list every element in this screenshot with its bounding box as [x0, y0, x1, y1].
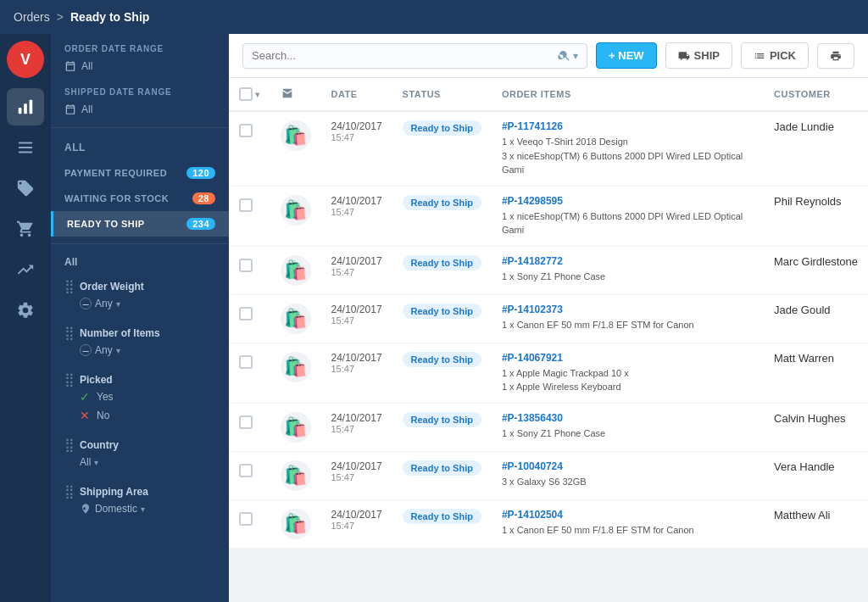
row-status-cell: Ready to Ship [392, 111, 492, 186]
filter-number-items-header[interactable]: ⣿ Number of Items [64, 325, 215, 341]
filter-picked-no[interactable]: ✕ No [64, 406, 215, 425]
order-link[interactable]: #P-14102373 [502, 304, 754, 315]
nav-cart[interactable] [7, 210, 44, 248]
svg-rect-3 [19, 142, 33, 144]
row-date: 24/10/2017 15:47 [331, 509, 382, 531]
order-link[interactable]: #P-14067921 [502, 352, 754, 364]
row-checkbox[interactable] [239, 259, 253, 272]
filter-country-value[interactable]: All [80, 456, 91, 468]
order-date-label: ORDER DATE RANGE [64, 44, 215, 53]
sidebar-filter-all[interactable]: All [51, 251, 229, 273]
country-chevron: ▾ [94, 458, 98, 467]
order-link[interactable]: #P-14102504 [502, 509, 754, 521]
order-link[interactable]: #P-14182772 [502, 255, 754, 267]
store-icon-cell: 🛍️ [281, 460, 311, 491]
row-checkbox[interactable] [239, 512, 253, 526]
row-date-value: 24/10/2017 [331, 509, 382, 521]
filter-order-weight-header[interactable]: ⣿ Order Weight [64, 278, 215, 294]
nav-trend[interactable] [7, 251, 44, 288]
row-order-items-cell: #P-11741126 1 x Veeqo T-Shirt 2018 Desig… [492, 111, 764, 186]
th-store [270, 78, 321, 111]
status-badge: Ready to Ship [403, 255, 481, 270]
nav-settings[interactable] [7, 292, 44, 329]
sidebar-nav-all[interactable]: ALL [51, 135, 229, 160]
pick-button[interactable]: PICK [741, 42, 809, 69]
row-checkbox-cell [229, 403, 270, 451]
shopify-icon: 🛍️ [284, 125, 307, 147]
status-badge: Ready to Ship [403, 120, 481, 136]
filter-order-weight-value[interactable]: Any [95, 298, 113, 309]
picked-no-label: No [97, 410, 109, 421]
filter-order-weight-title: Order Weight [80, 281, 144, 293]
print-button[interactable] [817, 43, 854, 69]
search-button[interactable]: ▾ [558, 49, 578, 63]
sidebar-nav-payment-required[interactable]: PAYMENT REQUIRED 120 [51, 160, 229, 186]
sidebar-nav-ready-to-ship[interactable]: READY TO SHIP 234 [51, 211, 229, 237]
row-checkbox[interactable] [239, 198, 253, 212]
row-order-items-cell: #P-13856430 1 x Sony Z1 Phone Case [492, 403, 764, 451]
filter-number-items-select-row: – Any ▾ [64, 341, 215, 360]
row-checkbox-cell [229, 451, 270, 499]
new-button[interactable]: + NEW [596, 42, 657, 69]
table-row: 🛍️ 24/10/2017 15:47 Ready to Ship #P-140… [229, 343, 868, 403]
order-link[interactable]: #P-10040724 [502, 460, 754, 472]
row-order-items-cell: #P-14182772 1 x Sony Z1 Phone Case [492, 246, 764, 294]
nav-dashboard[interactable] [7, 88, 44, 125]
row-status-cell: Ready to Ship [392, 403, 492, 451]
row-checkbox[interactable] [239, 355, 253, 369]
search-input[interactable] [252, 49, 551, 62]
row-checkbox[interactable] [239, 464, 253, 477]
store-icon-cell: 🛍️ [281, 352, 311, 382]
main-content: ▾ + NEW SHIP PICK [229, 34, 868, 602]
menu-icon [16, 138, 35, 157]
filter-picked-yes[interactable]: ✓ Yes [64, 387, 215, 406]
breadcrumb: Orders > Ready to Ship [14, 10, 149, 24]
select-all-caret[interactable]: ▾ [255, 90, 260, 99]
status-badge: Ready to Ship [403, 304, 481, 319]
search-box[interactable]: ▾ [242, 43, 587, 69]
customer-name: Jade Lundie [774, 120, 834, 133]
row-checkbox[interactable] [239, 307, 253, 321]
filter-country-header[interactable]: ⣿ Country [64, 437, 215, 453]
nav-menu[interactable] [7, 129, 44, 166]
table-row: 🛍️ 24/10/2017 15:47 Ready to Ship #P-141… [229, 499, 868, 548]
select-all-checkbox[interactable] [239, 87, 253, 101]
status-badge: Ready to Ship [403, 412, 481, 427]
sidebar-nav-label-ready: READY TO SHIP [67, 219, 145, 229]
row-checkbox[interactable] [239, 415, 253, 429]
filter-picked-header[interactable]: ⣿ Picked [64, 371, 215, 387]
shipped-date-label: SHIPPED DATE RANGE [64, 87, 215, 97]
filter-shipping-area-value[interactable]: Domestic [95, 503, 137, 515]
waiting-stock-badge: 28 [192, 192, 215, 204]
nav-tag[interactable] [7, 170, 44, 207]
filter-shipping-area-header[interactable]: ⣿ Shipping Area [64, 483, 215, 499]
filter-number-items-value[interactable]: Any [95, 344, 113, 356]
row-checkbox-cell [229, 111, 270, 186]
customer-name: Vera Handle [774, 460, 835, 473]
row-checkbox[interactable] [239, 124, 253, 137]
sidebar-nav-waiting-stock[interactable]: WAITING FOR STOCK 28 [51, 186, 229, 211]
row-checkbox-cell [229, 186, 270, 246]
cart-icon [16, 220, 35, 238]
row-time-value: 15:47 [331, 521, 382, 531]
row-status-cell: Ready to Ship [392, 343, 492, 403]
row-customer-cell: Marc Girdlestone [764, 246, 868, 294]
row-store-icon-cell: 🛍️ [270, 499, 321, 548]
shipped-date-row[interactable]: All [64, 102, 215, 117]
order-link[interactable]: #P-14298595 [502, 195, 754, 207]
order-items-text: 1 x Canon EF 50 mm F/1.8 EF STM for Cano… [502, 318, 754, 332]
sidebar-nav-label-waiting: WAITING FOR STOCK [64, 193, 169, 203]
picked-yes-label: Yes [97, 391, 114, 403]
order-date-row[interactable]: All [64, 59, 215, 74]
filter-number-items-title: Number of Items [80, 327, 160, 339]
ship-button[interactable]: SHIP [665, 42, 732, 69]
order-link[interactable]: #P-13856430 [502, 412, 754, 424]
row-customer-cell: Vera Handle [764, 451, 868, 499]
row-store-icon-cell: 🛍️ [270, 246, 321, 294]
breadcrumb-parent[interactable]: Orders [14, 10, 50, 24]
order-link[interactable]: #P-11741126 [502, 120, 754, 132]
breadcrumb-current: Ready to Ship [70, 10, 149, 24]
shipped-date-value: All [81, 103, 92, 115]
row-date-cell: 24/10/2017 15:47 [321, 343, 392, 403]
order-items-text: 1 x Canon EF 50 mm F/1.8 EF STM for Cano… [502, 523, 754, 538]
